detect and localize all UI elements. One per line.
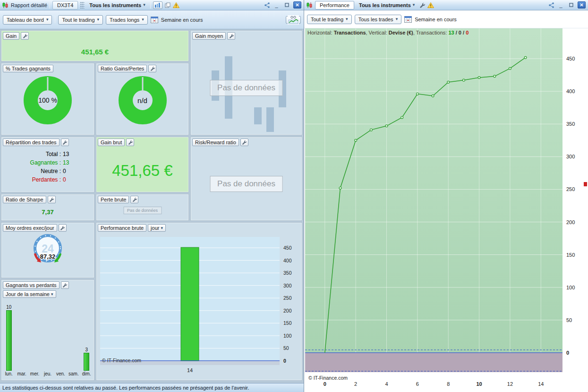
- trades-filter[interactable]: Trades longs ▾: [106, 15, 148, 25]
- wrench-icon[interactable]: [61, 139, 69, 146]
- horizontal-label: Horizontal:: [307, 30, 332, 35]
- chevron-down-icon: ▾: [51, 292, 53, 296]
- warning-icon[interactable]: [427, 1, 434, 9]
- last-value-marker: [584, 182, 587, 186]
- y-tick-label: 50: [566, 317, 572, 323]
- weekday-column: [28, 303, 41, 371]
- trades-filter[interactable]: Tous les trades ▾: [355, 15, 402, 24]
- y-tick-label: 400: [566, 88, 575, 94]
- weekday-group-label: Jour de la semaine: [6, 291, 50, 297]
- calendar-icon[interactable]: [151, 16, 158, 24]
- wrench-icon[interactable]: [419, 1, 425, 9]
- copy-icon[interactable]: [165, 1, 170, 9]
- card-perte-brute-label[interactable]: Perte brute: [98, 196, 129, 203]
- card-gain-moyen-label[interactable]: Gain moyen: [192, 32, 226, 40]
- close-button[interactable]: ✕: [578, 1, 586, 9]
- gain-loss-ratio-donut: n/d: [118, 76, 167, 125]
- chevron-down-icon: ▾: [143, 3, 145, 7]
- chevron-down-icon: ▾: [142, 17, 144, 22]
- minimize-button[interactable]: _: [273, 1, 281, 9]
- chart-report-icon[interactable]: [153, 1, 162, 9]
- card-gagnants-label[interactable]: Gagnants vs perdants: [3, 281, 60, 289]
- y-tick-label: 450: [566, 56, 575, 61]
- transactions-label: , Transactions:: [413, 30, 447, 35]
- weekday-column: 3: [80, 303, 93, 371]
- card-risk-reward: Risk/Reward ratio Pas de données: [190, 137, 302, 221]
- y-tick-label: 250: [566, 186, 575, 192]
- left-titlebar[interactable]: Rapport détaillé DX3T4 Tous les instrume…: [0, 0, 304, 10]
- separator: [150, 1, 151, 9]
- period-label: Semaine en cours: [161, 17, 203, 23]
- weekday-column: [41, 303, 54, 371]
- card-gain-brut-label[interactable]: Gain brut: [98, 139, 125, 146]
- card-ratio-gp-label[interactable]: Ratio Gains/Pertes: [98, 65, 147, 72]
- weekday-labels: lun.mar.mer.jeu.ven.sam.dim.: [2, 371, 93, 376]
- wrench-icon[interactable]: [21, 32, 29, 40]
- weekday-label: mar.: [15, 371, 28, 376]
- card-performance-brute-label[interactable]: Performance brute: [98, 224, 146, 232]
- wrench-icon[interactable]: [148, 65, 156, 72]
- minimize-button[interactable]: _: [557, 1, 565, 9]
- chevron-down-icon: ▾: [413, 3, 415, 7]
- chart-info-line: Horizontal: Transactions, Vertical: Devi…: [307, 30, 469, 35]
- x-tick-label: 8: [441, 381, 455, 387]
- weekday-bar[interactable]: [84, 353, 89, 371]
- card-gain-label[interactable]: Gain: [3, 32, 19, 40]
- wrench-icon[interactable]: [126, 139, 134, 146]
- calendar-icon[interactable]: [404, 16, 412, 23]
- card-gain-brut: Gain brut 451,65 €: [96, 137, 189, 192]
- wrench-icon[interactable]: [227, 32, 235, 40]
- chevron-down-icon: ▾: [396, 17, 398, 21]
- close-button[interactable]: ✕: [293, 1, 301, 9]
- y-tick-label: 100: [566, 285, 575, 290]
- weekday-group-selector[interactable]: Jour de la semaine ▾: [3, 290, 56, 298]
- tab-performance[interactable]: Performance: [315, 1, 354, 9]
- wrench-icon[interactable]: [48, 196, 56, 203]
- share-icon[interactable]: [264, 1, 270, 9]
- warning-icon[interactable]: [173, 1, 179, 9]
- trades-filter-label: Tous les trades: [358, 17, 393, 22]
- card-risk-reward-label[interactable]: Risk/Reward ratio: [192, 139, 239, 146]
- wins-count: 13: [448, 30, 454, 35]
- card-ratio-gains-pertes: Ratio Gains/Pertes n/d: [96, 63, 189, 135]
- chevron-down-icon: ▾: [161, 226, 163, 230]
- weekday-bar[interactable]: [6, 310, 12, 371]
- vertical-label: , Vertical:: [366, 30, 387, 35]
- share-icon[interactable]: [548, 1, 554, 9]
- equity-chart-svg[interactable]: [305, 28, 562, 372]
- separator: /: [463, 30, 464, 35]
- maximize-button[interactable]: [567, 1, 575, 9]
- trading-filter-label: Tout le trading: [62, 17, 94, 23]
- trades-filter-label: Trades longs: [110, 17, 139, 23]
- maximize-button[interactable]: [283, 1, 291, 9]
- instrument-selector[interactable]: Tous les instruments ▾: [357, 1, 417, 9]
- mini-plot[interactable]: [100, 237, 280, 365]
- wrench-icon[interactable]: [61, 281, 69, 289]
- wrench-icon[interactable]: [130, 196, 138, 203]
- gross-gain-value: 451,65 €: [96, 162, 188, 180]
- card-performance-brute: Performance brute jour ▾ 450400350300250…: [96, 222, 302, 381]
- wrench-icon[interactable]: [240, 139, 248, 146]
- view-selector[interactable]: Tableau de bord ▾: [3, 15, 52, 25]
- tab-dx3t4[interactable]: DX3T4: [52, 1, 78, 9]
- y-tick-label: 200: [283, 308, 292, 314]
- trading-filter[interactable]: Tout le trading ▾: [307, 15, 352, 24]
- y-tick-label: 50: [283, 345, 289, 351]
- trading-workspace: Rapport détaillé DX3T4 Tous les instrume…: [0, 0, 588, 392]
- weekday-column: [67, 303, 80, 371]
- card-moy-ordres-label[interactable]: Moy ordres exec/jour: [3, 224, 57, 232]
- y-tick-label: 300: [566, 154, 575, 159]
- widget-gallery-icon[interactable]: [286, 16, 301, 24]
- mini-chart-svg[interactable]: [100, 237, 280, 365]
- instrument-selector[interactable]: Tous les instruments ▾: [87, 1, 147, 9]
- period-selector[interactable]: jour ▾: [148, 224, 166, 232]
- card-pct-label[interactable]: % Trades gagnants: [3, 65, 53, 72]
- y-tick-label: 150: [566, 252, 575, 258]
- drag-grip[interactable]: [80, 2, 85, 9]
- trading-filter[interactable]: Tout le trading ▾: [58, 15, 103, 25]
- card-pct-trades-gagnants: % Trades gagnants 100 %: [1, 63, 94, 135]
- right-titlebar[interactable]: Performance Tous les instruments ▾ _ ✕: [304, 0, 588, 10]
- wrench-icon[interactable]: [59, 224, 67, 232]
- card-sharpe-label[interactable]: Ratio de Sharpe: [3, 196, 46, 203]
- card-repartition-label[interactable]: Répartition des trades: [3, 139, 60, 146]
